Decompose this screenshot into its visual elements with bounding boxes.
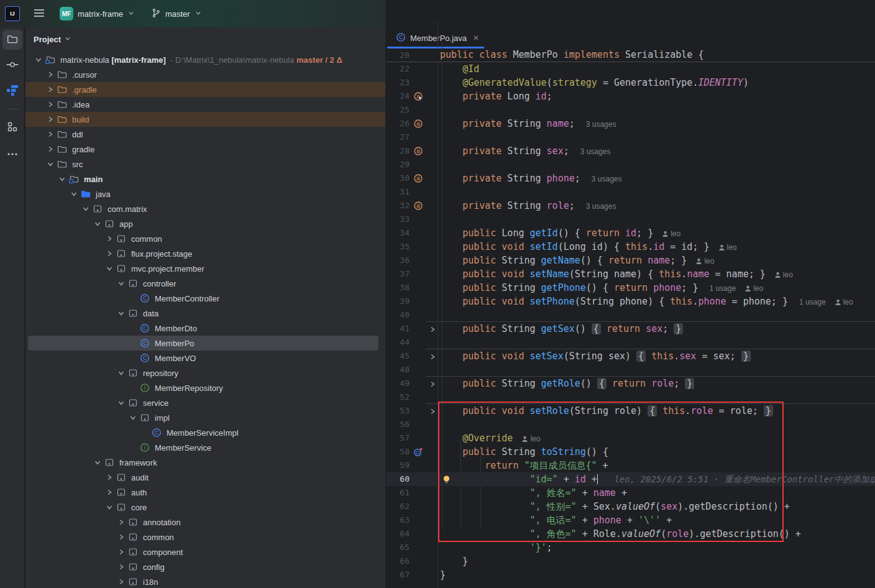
tree-row-src[interactable]: src: [25, 157, 385, 172]
tree-row-build[interactable]: build: [25, 112, 385, 127]
code-line-41[interactable]: 41 public String getSex() { return sex; …: [386, 322, 875, 336]
code-line-56[interactable]: 56: [386, 418, 875, 431]
usages-hint[interactable]: 3 usages: [586, 202, 616, 211]
flux-plugin-button[interactable]: [2, 81, 22, 101]
code-line-59[interactable]: 59 return "项目成员信息{" +: [386, 459, 875, 472]
chevron-expanded-icon[interactable]: [115, 308, 127, 318]
line-number[interactable]: 32: [386, 199, 410, 213]
code-line-67[interactable]: 67}: [386, 568, 875, 582]
chevron-expanded-icon[interactable]: [80, 204, 91, 214]
line-number[interactable]: 49: [386, 377, 410, 390]
tree-row-mvc.project.member[interactable]: mvc.project.member: [25, 261, 385, 276]
line-number[interactable]: 48: [386, 363, 410, 377]
line-number[interactable]: 61: [386, 486, 410, 500]
tree-row-repository[interactable]: repository: [25, 365, 385, 380]
chevron-down-icon[interactable]: [64, 35, 71, 44]
chevron-collapsed-icon[interactable]: [44, 144, 56, 154]
attr-gutter-icon[interactable]: a: [413, 119, 423, 129]
code-line-65[interactable]: 65 '}';: [386, 541, 875, 554]
chevron-expanded-icon[interactable]: [44, 159, 56, 169]
code-line-66[interactable]: 66 }: [386, 554, 875, 568]
tree-row-.gradle[interactable]: .gradle: [25, 82, 385, 97]
chevron-expanded-icon[interactable]: [115, 368, 127, 378]
tree-row-controller[interactable]: controller: [25, 276, 385, 291]
main-menu-button[interactable]: [30, 5, 48, 23]
tree-row-app[interactable]: app: [25, 216, 385, 231]
chevron-expanded-icon[interactable]: [103, 502, 115, 512]
code-line-33[interactable]: 33: [386, 213, 875, 226]
tree-row-membervo[interactable]: CMemberVO: [25, 351, 385, 365]
usages-hint[interactable]: 3 usages: [586, 120, 616, 129]
tree-row-auth[interactable]: auth: [25, 485, 385, 500]
author-hint[interactable]: leo: [744, 284, 763, 293]
tree-row-common[interactable]: common: [25, 231, 385, 246]
author-hint[interactable]: leo: [695, 257, 714, 265]
project-widget[interactable]: MF matrix-frame: [55, 4, 140, 23]
code-line-39[interactable]: 39 public void setPhone(String phone) { …: [386, 295, 875, 308]
line-number[interactable]: 36: [386, 254, 410, 267]
fold-arrow-icon[interactable]: [428, 324, 437, 334]
line-number[interactable]: 59: [386, 459, 410, 472]
tree-row-project-root[interactable]: matrix-nebula [matrix-frame] - D:\Matrix…: [25, 52, 385, 67]
tree-row-gradle[interactable]: gradle: [25, 142, 385, 157]
tab-memberpo-java[interactable]: C MemberPo.java ✕: [386, 27, 485, 48]
line-number[interactable]: 60: [386, 472, 410, 486]
tree-row-.idea[interactable]: .idea: [25, 97, 385, 112]
tree-row-audit[interactable]: audit: [25, 470, 385, 485]
chevron-collapsed-icon[interactable]: [115, 517, 127, 527]
chevron-expanded-icon[interactable]: [32, 55, 44, 65]
chevron-collapsed-icon[interactable]: [115, 532, 127, 542]
chevron-collapsed-icon[interactable]: [103, 249, 115, 259]
line-number[interactable]: 20: [386, 48, 410, 62]
code-line-60[interactable]: 60 "id=" + id +leo, 2025/6/2 5:51 · 重命名M…: [386, 472, 875, 486]
tree-row-main[interactable]: main: [25, 172, 385, 186]
code-line-30[interactable]: 30a private String phone;3 usages: [386, 172, 875, 185]
chevron-collapsed-icon[interactable]: [103, 487, 115, 497]
tree-row-java[interactable]: java: [25, 186, 385, 201]
line-number[interactable]: 37: [386, 267, 410, 281]
more-tools-button[interactable]: [2, 143, 22, 163]
tree-row-config[interactable]: config: [25, 559, 385, 574]
code-line-28[interactable]: 28a private String sex;3 usages: [386, 144, 875, 158]
line-number[interactable]: 27: [386, 131, 410, 144]
editor-area[interactable]: C MemberPo.java ✕ 20public class MemberP…: [386, 0, 875, 588]
line-number[interactable]: 38: [386, 281, 410, 295]
line-number[interactable]: 24: [386, 90, 410, 103]
tree-row-data[interactable]: data: [25, 306, 385, 321]
line-number[interactable]: 65: [386, 541, 410, 554]
line-number[interactable]: 45: [386, 349, 410, 363]
chevron-expanded-icon[interactable]: [91, 457, 103, 467]
chevron-collapsed-icon[interactable]: [44, 114, 56, 124]
line-number[interactable]: 30: [386, 172, 410, 185]
code-line-38[interactable]: 38 public String getPhone() { return pho…: [386, 281, 875, 295]
chevron-collapsed-icon[interactable]: [103, 472, 115, 482]
attr-pointer-gutter-icon[interactable]: a: [413, 91, 423, 101]
tree-row-common[interactable]: common: [25, 530, 385, 544]
tree-row-component[interactable]: component: [25, 544, 385, 559]
code-line-25[interactable]: 25: [386, 103, 875, 117]
chevron-collapsed-icon[interactable]: [115, 547, 127, 557]
branch-widget[interactable]: master: [146, 6, 207, 22]
code-line-35[interactable]: 35 public void setId(Long id) { this.id …: [386, 240, 875, 254]
line-number[interactable]: 53: [386, 404, 410, 418]
tree-row-memberserviceimpl[interactable]: CMemberServiceImpl: [25, 425, 385, 440]
code-line-23[interactable]: 23 @GeneratedValue(strategy = Generation…: [386, 76, 875, 90]
line-number[interactable]: 26: [386, 117, 410, 131]
line-number[interactable]: 29: [386, 158, 410, 172]
chevron-expanded-icon[interactable]: [115, 278, 127, 288]
code-line-29[interactable]: 29: [386, 158, 875, 172]
line-number[interactable]: 41: [386, 322, 410, 336]
tree-row-memberrepository[interactable]: IMemberRepository: [25, 380, 385, 395]
line-number[interactable]: 56: [386, 418, 410, 431]
line-number[interactable]: 31: [386, 185, 410, 199]
line-number[interactable]: 52: [386, 390, 410, 404]
code-line-57[interactable]: 57 @Overrideleo: [386, 431, 875, 445]
line-number[interactable]: 64: [386, 527, 410, 541]
code-line-61[interactable]: 61 ", 姓名=" + name +: [386, 486, 875, 500]
tree-row-i18n[interactable]: i18n: [25, 574, 385, 588]
chevron-collapsed-icon[interactable]: [44, 70, 56, 80]
tree-row-.cursor[interactable]: .cursor: [25, 67, 385, 82]
code-line-34[interactable]: 34 public Long getId() { return id; }leo: [386, 226, 875, 240]
chevron-collapsed-icon[interactable]: [115, 577, 127, 587]
fold-arrow-icon[interactable]: [428, 351, 437, 361]
